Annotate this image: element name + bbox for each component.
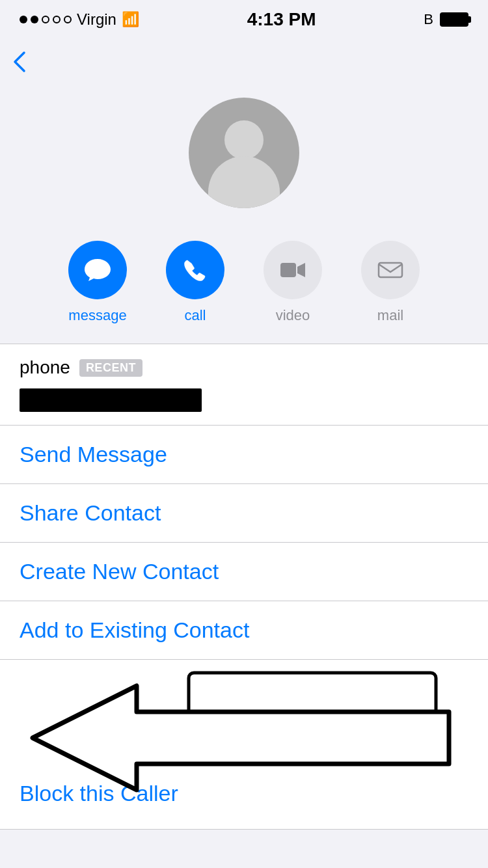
phone-label: phone <box>20 357 70 378</box>
create-new-contact-label: Create New Contact <box>20 559 219 584</box>
avatar-person <box>189 98 299 208</box>
mail-button[interactable] <box>361 241 420 299</box>
recent-badge: RECENT <box>79 359 142 377</box>
video-button[interactable] <box>264 241 322 299</box>
message-icon <box>83 257 112 283</box>
send-message-label: Send Message <box>20 442 167 467</box>
avatar <box>189 98 299 208</box>
message-label: message <box>68 307 126 324</box>
signal-dot-4 <box>53 16 61 23</box>
share-contact-label: Share Contact <box>20 500 161 526</box>
mail-icon <box>377 260 403 280</box>
phone-icon <box>182 257 208 283</box>
avatar-body <box>208 156 280 208</box>
svg-rect-0 <box>280 263 296 277</box>
signal-dot-2 <box>31 16 38 23</box>
signal-dot-5 <box>64 16 72 23</box>
status-left: Virgin 📶 <box>20 10 139 29</box>
video-icon <box>279 260 306 280</box>
status-bar: Virgin 📶 4:13 PM B <box>0 0 488 39</box>
video-label: video <box>276 307 310 324</box>
block-section: Block this Caller <box>0 660 488 830</box>
arrow-region: Block this Caller <box>0 660 488 829</box>
avatar-section <box>0 85 488 228</box>
mail-label: mail <box>377 307 403 324</box>
content-area: phone RECENT Send Message Share Contact … <box>0 344 488 830</box>
action-message[interactable]: message <box>68 241 127 324</box>
add-to-existing-label: Add to Existing Contact <box>20 617 249 643</box>
bluetooth-icon: B <box>424 11 433 28</box>
wifi-icon: 📶 <box>122 11 139 28</box>
phone-section: phone RECENT <box>0 344 488 412</box>
carrier-label: Virgin <box>77 10 116 29</box>
create-new-contact-item[interactable]: Create New Contact <box>0 543 488 601</box>
call-label: call <box>184 307 206 324</box>
battery-icon <box>440 12 468 27</box>
signal-dot-3 <box>42 16 49 23</box>
action-mail[interactable]: mail <box>361 241 420 324</box>
back-button[interactable] <box>13 51 26 73</box>
action-buttons-row: message call video mail <box>0 228 488 344</box>
action-video[interactable]: video <box>264 241 322 324</box>
message-button[interactable] <box>68 241 127 299</box>
share-contact-item[interactable]: Share Contact <box>0 484 488 543</box>
svg-rect-1 <box>379 263 402 277</box>
svg-rect-2 <box>189 673 436 751</box>
action-call[interactable]: call <box>166 241 224 324</box>
avatar-head <box>224 120 264 159</box>
call-button[interactable] <box>166 241 224 299</box>
phone-header: phone RECENT <box>20 357 468 378</box>
add-to-existing-contact-item[interactable]: Add to Existing Contact <box>0 601 488 660</box>
block-caller-label: Block this Caller <box>20 781 178 806</box>
status-right: B <box>424 11 468 28</box>
signal-dot-1 <box>20 16 27 23</box>
send-message-item[interactable]: Send Message <box>0 426 488 484</box>
time-display: 4:13 PM <box>247 9 316 30</box>
nav-bar <box>0 39 488 85</box>
signal-dots <box>20 16 72 23</box>
block-caller-item[interactable]: Block this Caller <box>0 757 488 829</box>
phone-number-redacted <box>20 388 202 412</box>
